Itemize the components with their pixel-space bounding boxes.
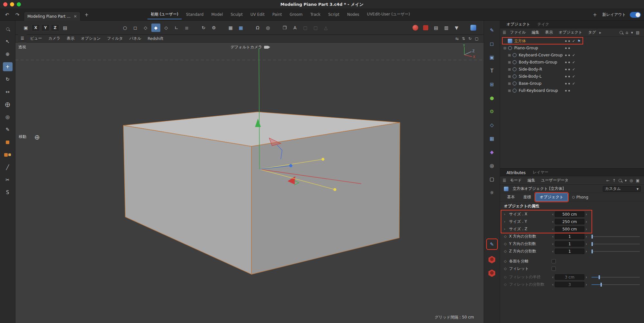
pan-view-icon[interactable]: ⇆ bbox=[455, 36, 459, 41]
generator-icon[interactable]: ▢ bbox=[301, 24, 310, 32]
uv-grid-icon[interactable]: ⊞ bbox=[488, 80, 497, 89]
material-square-icon[interactable] bbox=[421, 24, 430, 32]
modeling-settings-gear-icon[interactable]: ⚙ bbox=[209, 24, 218, 32]
visibility-dots[interactable] bbox=[565, 47, 570, 49]
enabled-check-icon[interactable]: ✓ bbox=[572, 67, 575, 72]
expand-icon[interactable]: ⊞ bbox=[507, 74, 512, 79]
minimize-window-button[interactable] bbox=[10, 2, 14, 6]
attr-popout-icon[interactable]: ▣ bbox=[636, 178, 639, 183]
material-red-hexagon-icon[interactable] bbox=[488, 255, 497, 264]
stepper-increase-icon[interactable]: › bbox=[584, 212, 588, 217]
preset-dropdown[interactable]: カスタム ▾ bbox=[603, 186, 641, 192]
pen-layout-icon[interactable]: ✎ bbox=[488, 26, 497, 34]
redo-icon[interactable]: ↷ bbox=[14, 11, 21, 19]
keyframe-diamond-icon[interactable]: ◇ bbox=[504, 234, 509, 239]
expand-chevron-icon[interactable]: › bbox=[504, 227, 509, 231]
axis-modify-tool-icon[interactable]: ⨁ bbox=[3, 100, 13, 109]
gizmo-handle-dot[interactable] bbox=[322, 158, 325, 161]
scale-tool-icon[interactable]: ↔ bbox=[3, 87, 13, 96]
layout-tab-model[interactable]: Model bbox=[208, 11, 226, 19]
size-z-field[interactable]: 500 cm bbox=[555, 226, 584, 232]
deformer-icon[interactable]: ▢ bbox=[311, 24, 320, 32]
stepper-increase-icon[interactable]: › bbox=[584, 234, 588, 239]
layout-tab-default[interactable]: 初期 (ユーザー) bbox=[147, 10, 182, 19]
polygon-purple-icon[interactable]: ◆ bbox=[488, 148, 497, 156]
object-row-body-bottom-group[interactable]: ⊞ Body-Bottom-Group ✓ bbox=[500, 59, 644, 66]
tab-attributes[interactable]: Attributes bbox=[503, 170, 529, 176]
material-red-hexagon-icon-2[interactable] bbox=[488, 269, 497, 278]
expand-icon[interactable]: ⊞ bbox=[507, 53, 512, 57]
zoom-window-button[interactable] bbox=[17, 2, 21, 6]
frame-selected-icon[interactable]: ▣ bbox=[21, 24, 30, 32]
zoom-view-icon[interactable]: ⇅ bbox=[462, 36, 465, 41]
object-row-keyboard-cover-group[interactable]: ⊞ Keyboard-Cover-Group ✓ bbox=[500, 52, 644, 59]
keyframe-diamond-icon[interactable]: ◇ bbox=[504, 267, 509, 271]
segments-x-field[interactable]: 1 bbox=[555, 234, 584, 239]
attr-lock-icon[interactable]: ◎ bbox=[630, 178, 633, 183]
expand-icon[interactable]: ⊞ bbox=[507, 60, 512, 64]
object-name[interactable]: Piano-Group bbox=[514, 46, 538, 50]
light-icon[interactable]: ☼ bbox=[488, 188, 497, 197]
om-menu-view[interactable]: 表示 bbox=[543, 29, 555, 36]
keyframe-diamond-icon[interactable]: ◇ bbox=[504, 259, 509, 263]
spline-tool-icon[interactable]: S bbox=[3, 188, 13, 197]
move-tool-icon[interactable]: + bbox=[3, 62, 13, 71]
size-y-field[interactable]: 250 cm bbox=[555, 219, 584, 224]
render-settings-icon[interactable]: ▼ bbox=[452, 24, 461, 32]
object-row-cube[interactable]: 立方体 ✓ ⚑ bbox=[500, 37, 644, 44]
attr-menu-userdata[interactable]: ユーザーデータ bbox=[538, 177, 571, 184]
attr-burger-icon[interactable]: ☰ bbox=[503, 178, 506, 183]
layout-tab-groom[interactable]: Groom bbox=[286, 11, 306, 19]
object-name[interactable]: Body-Bottom-Group bbox=[519, 60, 557, 64]
object-name[interactable]: Base-Group bbox=[519, 81, 542, 86]
object-row-base-group[interactable]: ⊞ Base-Group ✓ bbox=[500, 80, 644, 87]
object-row-side-body-r[interactable]: ⊞ Side-Body-R ✓ bbox=[500, 66, 644, 73]
grayed-mode-icon[interactable]: ◼ bbox=[182, 24, 191, 32]
attr-back-icon[interactable]: ← bbox=[606, 178, 610, 183]
layout-lock-toggle[interactable] bbox=[630, 12, 641, 18]
stepper-increase-icon[interactable]: › bbox=[584, 227, 588, 231]
attr-menu-edit[interactable]: 編集 bbox=[525, 177, 538, 184]
section-tab-basic[interactable]: 基本 bbox=[503, 193, 519, 201]
visibility-dots[interactable] bbox=[565, 83, 570, 84]
grid-snap-active-icon[interactable]: ▦ bbox=[236, 24, 245, 32]
menu-filter[interactable]: フィルタ bbox=[104, 35, 126, 42]
layout-tab-uvedit[interactable]: UV Edit bbox=[247, 11, 268, 19]
text-tool-icon[interactable]: T bbox=[488, 66, 497, 75]
expand-icon[interactable]: ⊞ bbox=[507, 89, 512, 93]
tab-layers[interactable]: レイヤー bbox=[529, 169, 552, 176]
add-layout-button[interactable]: + bbox=[592, 11, 599, 18]
menu-camera[interactable]: カメラ bbox=[45, 35, 63, 42]
shape-rectangle-icon[interactable]: ◻ bbox=[488, 39, 497, 48]
segments-z-field[interactable]: 1 bbox=[555, 249, 584, 254]
rotate-view-icon[interactable]: ↻ bbox=[469, 36, 472, 41]
spline-text-icon[interactable]: A bbox=[290, 24, 299, 32]
edit-pencil-icon[interactable]: ✎ bbox=[488, 240, 497, 249]
new-layout-button[interactable]: 新レイアウト bbox=[602, 12, 626, 17]
viewport-menu-burger-icon[interactable]: ☰ bbox=[18, 34, 27, 43]
attr-filter-icon[interactable]: ▾ bbox=[625, 178, 627, 183]
render-view-icon[interactable]: ▤ bbox=[431, 24, 440, 32]
select-tool-icon[interactable]: ↖ bbox=[3, 37, 13, 46]
object-name[interactable]: Full-Keyboard Group bbox=[519, 88, 558, 93]
segments-y-slider[interactable] bbox=[592, 244, 640, 244]
om-menu-object[interactable]: オブジェクト bbox=[556, 29, 585, 36]
menu-display[interactable]: 表示 bbox=[64, 35, 77, 42]
cube-manager-icon[interactable]: ▣ bbox=[488, 53, 497, 62]
axis-z-button[interactable]: Z bbox=[51, 24, 59, 31]
attr-search-icon[interactable] bbox=[619, 179, 622, 182]
visibility-dots[interactable] bbox=[565, 69, 570, 70]
brush-tool-icon[interactable]: ╱ bbox=[3, 163, 13, 172]
layout-tab-track[interactable]: Track bbox=[307, 11, 324, 19]
expand-icon[interactable]: ⊞ bbox=[507, 82, 512, 86]
material-ball-icon[interactable] bbox=[411, 24, 420, 32]
stepper-increase-icon[interactable]: › bbox=[584, 242, 588, 246]
section-tab-phong[interactable]: Phong bbox=[568, 194, 592, 201]
om-panel-icon[interactable]: ▤ bbox=[636, 30, 639, 35]
visibility-dots[interactable] bbox=[565, 54, 570, 56]
undo-icon[interactable]: ↶ bbox=[3, 11, 11, 19]
layout-tab-sculpt[interactable]: Sculpt bbox=[227, 11, 246, 19]
om-menu-more-icon[interactable]: ▸ bbox=[599, 30, 601, 35]
visibility-dots[interactable] bbox=[565, 40, 570, 42]
magnet-snap-icon[interactable]: Ω bbox=[253, 24, 262, 32]
